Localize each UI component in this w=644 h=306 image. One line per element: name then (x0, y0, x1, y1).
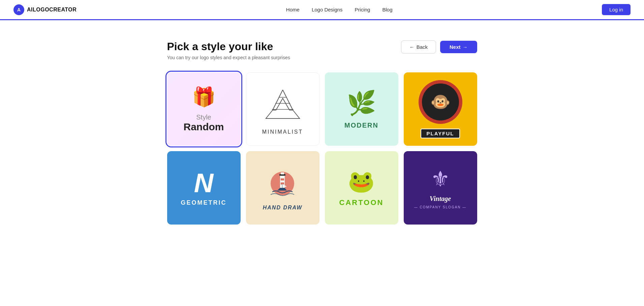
handdraw-lighthouse-icon (264, 165, 301, 202)
style-card-vintage[interactable]: ⚜ Vintage — COMPANY SLOGAN — (404, 151, 477, 225)
next-arrow-icon: → (463, 44, 468, 50)
back-arrow-icon: ← (409, 44, 415, 50)
back-button[interactable]: ← Back (401, 40, 436, 54)
login-button[interactable]: Log in (602, 4, 631, 15)
minimalist-mountain-icon (263, 83, 303, 124)
logo[interactable]: A AILOGOCREATOR (13, 4, 76, 15)
logo-icon: A (13, 4, 24, 15)
logo-text: AILOGOCREATOR (27, 7, 76, 13)
page-subtitle: You can try our logo styles and expect a… (167, 55, 290, 60)
style-card-minimalist[interactable]: MINIMALIST (246, 72, 319, 146)
handdraw-label: HAND DRAW (263, 205, 303, 211)
page-title: Pick a style your like (167, 40, 290, 53)
nav-pricing[interactable]: Pricing (355, 7, 370, 12)
vintage-title: Vintage (430, 195, 451, 203)
playful-monkey-icon: 🐵 (422, 83, 459, 121)
svg-rect-8 (281, 172, 284, 174)
style-card-playful[interactable]: 🐵 PLAYFUL (404, 72, 477, 146)
nav-blog[interactable]: Blog (382, 7, 392, 12)
random-icon: 🎁 (192, 86, 216, 108)
geometric-label: GEOMETRIC (181, 199, 226, 206)
vintage-slogan: — COMPANY SLOGAN — (414, 205, 467, 209)
style-card-modern[interactable]: 🌿 MODERN (325, 72, 398, 146)
style-card-cartoon[interactable]: 🐸 CARTOON (325, 151, 398, 225)
style-card-handdraw[interactable]: HAND DRAW (246, 151, 319, 225)
minimalist-label: MINIMALIST (262, 129, 303, 135)
cartoon-frog-icon: 🐸 (348, 169, 375, 194)
style-card-geometric[interactable]: N GEOMETRIC (167, 151, 241, 225)
next-button[interactable]: Next → (440, 41, 477, 53)
cartoon-label: CARTOON (339, 198, 384, 207)
nav-logo-designs[interactable]: Logo Designs (312, 7, 343, 12)
playful-label: PLAYFUL (421, 129, 460, 138)
style-card-random[interactable]: 🎁 Style Random (167, 72, 241, 146)
nav-links: Home Logo Designs Pricing Blog (286, 7, 393, 12)
playful-circle: 🐵 (419, 80, 462, 124)
style-grid: 🎁 Style Random MINIMALIST (167, 72, 477, 225)
svg-rect-5 (281, 178, 284, 180)
modern-label: MODERN (344, 122, 378, 129)
modern-leaf-icon: 🌿 (347, 89, 376, 117)
style-main-label: Random (184, 121, 224, 133)
nav-home[interactable]: Home (286, 7, 300, 12)
geometric-n-icon: N (194, 170, 214, 197)
vintage-shield-icon: ⚜ (431, 167, 450, 192)
style-label: Style (184, 113, 224, 121)
